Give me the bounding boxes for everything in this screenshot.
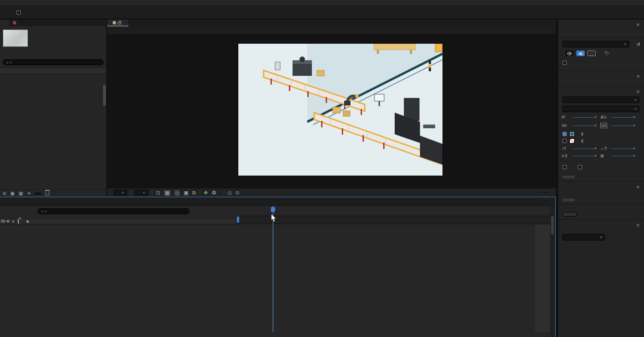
transparency-grid-icon[interactable]: ▦ xyxy=(164,190,170,196)
timeline-tabs xyxy=(0,197,555,206)
composition-canvas[interactable] xyxy=(238,44,443,176)
tab-composition[interactable] xyxy=(107,19,128,26)
project-search-input[interactable]: ⌕▾ xyxy=(3,59,104,65)
tab-projet[interactable] xyxy=(0,19,9,26)
dropdown-arrow-icon[interactable]: ▾ xyxy=(633,124,639,127)
search-icon: ⌕ xyxy=(41,209,44,214)
bpc-button[interactable] xyxy=(35,193,41,194)
composition-viewer: ∨ ∨ ⊡ ▦ ◇ ▣ ⧉ ❖ ❂ ⎙ ⊙ xyxy=(107,19,556,197)
share-icon[interactable]: ⎋ xyxy=(605,51,609,56)
shortcut-select[interactable]: ∨ xyxy=(563,41,629,47)
project-columns-header xyxy=(0,68,106,74)
less-button[interactable] xyxy=(563,176,575,178)
align-buttons xyxy=(558,242,644,250)
scrollbar-thumb[interactable] xyxy=(551,216,554,234)
audio-column-icon[interactable]: ◀) xyxy=(6,219,12,223)
new-composition-icon[interactable]: ▦ xyxy=(19,191,23,196)
show-snapshot-icon[interactable]: ⊙ xyxy=(236,190,240,196)
composition-breadcrumb xyxy=(107,26,556,34)
vertical-scale-icon: ↕T xyxy=(562,146,573,151)
tab-effets[interactable] xyxy=(9,19,99,26)
project-panel-tabs xyxy=(0,19,106,26)
fill-swatch[interactable] xyxy=(569,131,575,137)
plus-button[interactable] xyxy=(563,199,575,201)
effects-icon xyxy=(13,21,16,24)
project-settings-icon[interactable]: ✈ xyxy=(27,191,31,196)
panel-menu-icon[interactable]: ≡ xyxy=(637,184,639,189)
playhead-handle[interactable] xyxy=(271,207,275,212)
solo-column-icon[interactable]: ● xyxy=(12,219,18,223)
search-icon: ⌕ xyxy=(6,60,9,65)
timeline-graph[interactable]: ▲ ○ ▲ xyxy=(237,206,550,337)
include-audio-icon[interactable]: ◀) xyxy=(576,51,585,56)
horizontal-scale-icon: ↔T xyxy=(600,146,611,151)
exposure-icon[interactable]: ❂ xyxy=(212,190,216,196)
mask-visibility-icon[interactable]: ◇ xyxy=(174,190,180,196)
stroke-checkbox[interactable] xyxy=(563,139,567,143)
horizontal-scale-value[interactable] xyxy=(611,149,633,149)
dropdown-arrow-icon[interactable]: ▾ xyxy=(595,124,600,127)
viewer-timecode[interactable] xyxy=(543,192,549,193)
timeline-left-pane: ⌕▾ ◀) ● ◆ xyxy=(0,206,237,337)
include-overlays-icon[interactable]: ⬚ xyxy=(587,51,596,56)
eyedropper-icon[interactable]: ✐ xyxy=(579,138,585,144)
zoom-select[interactable]: ∨ xyxy=(114,190,127,195)
interpret-footage-icon[interactable]: ⧉ xyxy=(3,191,6,196)
timeline-scrollbar[interactable] xyxy=(550,206,555,337)
playhead-line xyxy=(273,206,273,332)
label-column-icon[interactable]: ◆ xyxy=(26,219,30,223)
baseline-shift-value[interactable] xyxy=(573,156,595,156)
paragraph-align-buttons xyxy=(558,191,644,195)
spacing-value[interactable] xyxy=(611,156,633,156)
video-column-icon[interactable] xyxy=(0,219,6,223)
lock-column-icon[interactable] xyxy=(18,219,24,223)
tracking-icon: VA xyxy=(600,123,607,128)
stroke-swatch[interactable] xyxy=(569,138,575,143)
snap-toggle[interactable] xyxy=(17,11,23,15)
fill-checkbox[interactable] xyxy=(563,132,567,136)
channels-icon[interactable]: ❖ xyxy=(204,190,208,196)
reset-icon[interactable]: ↺ xyxy=(637,42,640,47)
region-of-interest-icon[interactable]: ⊡ xyxy=(156,190,160,196)
font-style-select[interactable]: ∨ xyxy=(563,106,639,112)
tracking-value[interactable] xyxy=(611,126,633,126)
dropdown-arrow-icon[interactable]: ▾ xyxy=(595,115,600,119)
trash-icon[interactable] xyxy=(46,191,49,195)
panel-overflow[interactable] xyxy=(99,19,106,26)
project-scrollbar[interactable] xyxy=(103,85,106,106)
work-area-end-handle[interactable] xyxy=(237,217,239,223)
cache-checkbox[interactable] xyxy=(563,61,567,65)
hindi-digits-toggle[interactable] xyxy=(578,165,585,169)
guides-icon[interactable]: ▣ xyxy=(184,190,188,196)
panel-menu-icon[interactable]: ≡ xyxy=(637,89,639,94)
resolution-select[interactable]: ∨ xyxy=(135,190,148,195)
leading-value[interactable] xyxy=(611,117,633,118)
rulers-icon[interactable]: ⧉ xyxy=(192,190,196,196)
panel-menu-icon[interactable]: ≡ xyxy=(637,22,639,27)
snap-checkbox[interactable] xyxy=(17,11,21,15)
align-target-select[interactable]: ∨ xyxy=(563,234,605,240)
cache-before-playback[interactable] xyxy=(558,59,644,67)
project-item-thumbnail xyxy=(3,29,28,47)
kerning-icon: VA xyxy=(562,123,573,128)
ligatures-toggle[interactable] xyxy=(563,165,569,169)
font-family-select[interactable]: ∨ xyxy=(563,97,639,103)
include-video-icon[interactable] xyxy=(565,51,574,56)
kerning-value[interactable] xyxy=(573,126,595,126)
add-animation-button[interactable] xyxy=(563,212,577,217)
font-size-value[interactable] xyxy=(573,117,595,118)
menu-bar xyxy=(0,0,644,6)
vertical-scale-value[interactable] xyxy=(573,149,595,149)
properties-rows xyxy=(558,80,644,83)
right-panel: ≡ ∨ ↺ ◀) ⬚ ⎋ ≡ ≡ ∨ ∨ tT ▾ xyxy=(558,19,644,337)
snapshot-icon[interactable]: ⎙ xyxy=(228,190,232,196)
dropdown-arrow-icon[interactable]: ▾ xyxy=(633,115,639,119)
time-ruler[interactable] xyxy=(237,206,550,216)
new-folder-icon[interactable]: ▣ xyxy=(10,191,14,196)
eyedropper-icon[interactable]: ✐ xyxy=(579,131,585,137)
panel-menu-icon[interactable]: ≡ xyxy=(637,223,639,228)
project-footer: ⧉ ▣ ▦ ✈ xyxy=(0,189,106,197)
timeline-search-input[interactable]: ⌕▾ xyxy=(38,208,190,214)
font-size-icon: tT xyxy=(562,115,573,120)
leading-icon: ⇵A xyxy=(600,115,611,120)
